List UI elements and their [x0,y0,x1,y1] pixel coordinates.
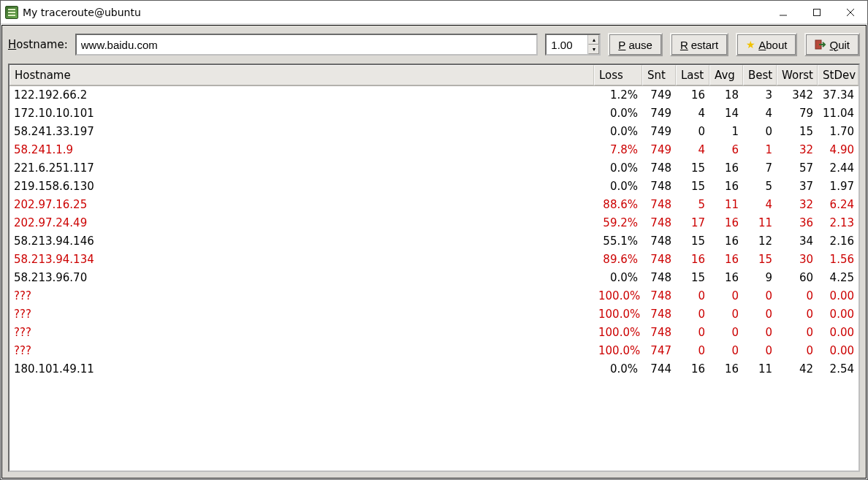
cell-snt: 748 [642,214,676,232]
cell-last: 4 [676,141,709,159]
hostname-input[interactable] [75,34,538,56]
cell-worst: 60 [777,269,818,287]
table-row[interactable]: 219.158.6.1300.0%74815165371.97 [9,178,859,196]
svg-rect-1 [814,9,821,15]
interval-input[interactable] [547,35,587,54]
table-row[interactable]: 58.241.33.1970.0%749010151.70 [9,123,859,141]
cell-hostname: ??? [9,342,594,360]
cell-loss: 100.0% [594,305,642,324]
cell-stdev: 0.00 [818,342,859,360]
table-row[interactable]: 58.213.96.700.0%74815169604.25 [9,269,859,287]
cell-loss: 88.6% [594,196,642,214]
table-row[interactable]: 202.97.16.2588.6%7485114326.24 [9,196,859,214]
col-hostname[interactable]: Hostname [9,65,594,85]
cell-last: 17 [676,214,709,232]
col-snt[interactable]: Snt [642,65,676,85]
table-row[interactable]: ???100.0%74800000.00 [9,287,859,305]
minimize-button[interactable] [766,1,800,24]
cell-best: 15 [743,251,777,269]
spinner-down-button[interactable]: ▾ [588,45,599,54]
table-body[interactable]: 122.192.66.21.2%7491618334237.34172.10.1… [9,86,859,471]
table-row[interactable]: ???100.0%74800000.00 [9,324,859,342]
cell-loss: 89.6% [594,251,642,269]
cell-avg: 14 [709,104,743,123]
cell-hostname: 172.10.10.101 [9,104,594,123]
cell-loss: 0.0% [594,269,642,287]
table-row[interactable]: 221.6.251.1170.0%74815167572.44 [9,159,859,178]
table-row[interactable]: 172.10.10.1010.0%74941447911.04 [9,104,859,123]
col-worst[interactable]: Worst [777,65,818,85]
pause-button[interactable]: Pause [608,33,663,56]
cell-best: 0 [743,123,777,141]
spinner-up-button[interactable]: ▴ [588,35,599,45]
cell-last: 0 [676,342,709,360]
cell-hostname: 219.158.6.130 [9,178,594,196]
cell-snt: 748 [642,251,676,269]
cell-worst: 37 [777,178,818,196]
cell-avg: 0 [709,324,743,342]
cell-loss: 0.0% [594,104,642,123]
cell-best: 4 [743,196,777,214]
app-icon [5,6,18,19]
table-row[interactable]: ???100.0%74800000.00 [9,305,859,324]
cell-hostname: ??? [9,287,594,305]
title-bar-left: My traceroute@ubuntu [5,6,141,19]
table-row[interactable]: 202.97.24.4959.2%748171611362.13 [9,214,859,232]
table-row[interactable]: 180.101.49.110.0%744161611422.54 [9,360,859,378]
cell-worst: 0 [777,342,818,360]
cell-stdev: 0.00 [818,305,859,324]
table-row[interactable]: ???100.0%74700000.00 [9,342,859,360]
cell-snt: 749 [642,141,676,159]
cell-loss: 0.0% [594,159,642,178]
interval-spinner[interactable]: ▴ ▾ [545,34,601,56]
cell-last: 15 [676,269,709,287]
cell-last: 0 [676,123,709,141]
table-row[interactable]: 122.192.66.21.2%7491618334237.34 [9,86,859,104]
cell-stdev: 4.25 [818,269,859,287]
cell-avg: 16 [709,214,743,232]
col-best[interactable]: Best [743,65,777,85]
cell-hostname: 122.192.66.2 [9,86,594,104]
cell-best: 9 [743,269,777,287]
cell-avg: 16 [709,232,743,251]
cell-snt: 748 [642,324,676,342]
cell-worst: 57 [777,159,818,178]
cell-loss: 1.2% [594,86,642,104]
table-row[interactable]: 58.241.1.97.8%749461324.90 [9,141,859,159]
cell-avg: 1 [709,123,743,141]
cell-loss: 100.0% [594,342,642,360]
cell-last: 4 [676,104,709,123]
col-loss[interactable]: Loss [594,65,642,85]
close-button[interactable] [834,1,867,24]
results-table: Hostname Loss Snt Last Avg Best Worst St… [8,64,860,472]
cell-best: 3 [743,86,777,104]
about-button[interactable]: ★ About [736,33,797,56]
cell-stdev: 0.00 [818,287,859,305]
quit-button[interactable]: Quit [804,33,860,56]
cell-loss: 59.2% [594,214,642,232]
cell-hostname: 180.101.49.11 [9,360,594,378]
table-header: Hostname Loss Snt Last Avg Best Worst St… [9,65,859,86]
maximize-button[interactable] [800,1,834,24]
cell-last: 0 [676,324,709,342]
table-row[interactable]: 58.213.94.13489.6%748161615301.56 [9,251,859,269]
title-bar[interactable]: My traceroute@ubuntu [1,1,867,24]
cell-snt: 749 [642,123,676,141]
cell-snt: 748 [642,287,676,305]
table-row[interactable]: 58.213.94.14655.1%748151612342.16 [9,232,859,251]
cell-best: 7 [743,159,777,178]
cell-avg: 0 [709,342,743,360]
restart-button[interactable]: Restart [670,33,728,56]
cell-loss: 0.0% [594,178,642,196]
cell-best: 5 [743,178,777,196]
star-icon: ★ [746,39,755,50]
cell-stdev: 0.00 [818,324,859,342]
col-avg[interactable]: Avg [709,65,743,85]
col-last[interactable]: Last [676,65,709,85]
cell-snt: 744 [642,360,676,378]
cell-last: 5 [676,196,709,214]
cell-snt: 748 [642,269,676,287]
col-stdev[interactable]: StDev [818,65,859,85]
cell-hostname: 58.241.1.9 [9,141,594,159]
cell-worst: 34 [777,232,818,251]
